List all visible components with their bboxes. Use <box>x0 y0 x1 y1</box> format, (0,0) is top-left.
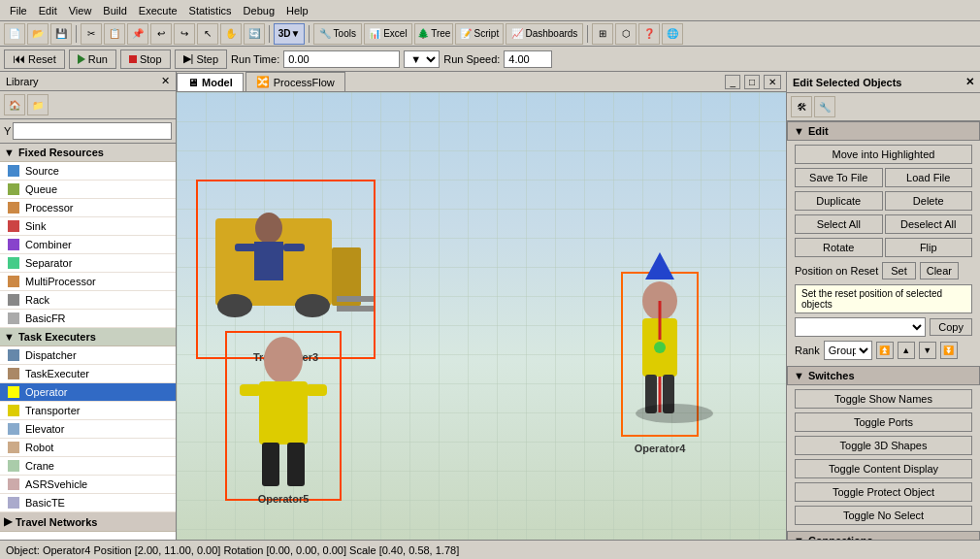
menu-execute[interactable]: Execute <box>133 3 183 18</box>
right-panel-close-button[interactable]: ✕ <box>965 76 974 88</box>
menu-file[interactable]: File <box>4 3 33 18</box>
travel-networks-header[interactable]: ▶ Travel Networks <box>0 512 176 532</box>
delete-button[interactable]: Delete <box>885 191 973 211</box>
layout-button[interactable]: ⊞ <box>592 23 613 45</box>
run-time-dropdown[interactable]: ▼ <box>404 50 440 68</box>
rank-up-button[interactable]: ▲ <box>898 342 915 359</box>
rank-up-up-button[interactable]: ⏫ <box>876 342 894 359</box>
menu-statistics[interactable]: Statistics <box>183 3 238 18</box>
menu-debug[interactable]: Debug <box>238 3 280 18</box>
redo-button[interactable]: ↪ <box>174 23 195 45</box>
run-button[interactable]: Run <box>69 49 116 69</box>
lib-item-sink[interactable]: Sink <box>0 217 176 236</box>
canvas-close-button[interactable]: ✕ <box>764 75 781 89</box>
lib-item-asrsvehicle[interactable]: ASRSvehicle <box>0 476 176 494</box>
menu-build[interactable]: Build <box>97 3 132 18</box>
cut-button[interactable]: ✂ <box>81 23 102 45</box>
tab-model[interactable]: 🖥 Model <box>177 73 244 91</box>
lib-item-queue[interactable]: Queue <box>0 181 176 199</box>
copy-dropdown[interactable] <box>795 317 926 337</box>
run-time-input[interactable] <box>283 50 400 68</box>
group-dropdown[interactable]: Group <box>824 341 872 360</box>
tab-processflow[interactable]: 🔀 ProcessFlow <box>245 72 345 91</box>
set-button[interactable]: Set <box>882 262 916 280</box>
toggle-no-select-button[interactable]: Toggle No Select <box>795 506 972 525</box>
library-search-input[interactable] <box>13 122 172 140</box>
connections-section-header[interactable]: ▼ Connections <box>787 531 980 540</box>
lib-item-source[interactable]: Source <box>0 162 176 181</box>
edit-section-header[interactable]: ▼ Edit <box>787 121 980 141</box>
canvas-maximize-button[interactable]: □ <box>744 75 760 89</box>
save-button[interactable]: 💾 <box>50 23 72 45</box>
lib-item-combiner[interactable]: Combiner <box>0 236 176 254</box>
lib-item-elevator[interactable]: Elevator <box>0 420 176 439</box>
3d-dropdown[interactable]: 3D▼ <box>274 23 305 45</box>
toggle-show-names-button[interactable]: Toggle Show Names <box>795 389 972 409</box>
rp-toolbar-btn-1[interactable]: 🛠 <box>791 96 812 117</box>
tools-button[interactable]: 🔧 Tools <box>313 23 362 45</box>
lib-item-separator[interactable]: Separator <box>0 254 176 273</box>
lib-item-crane[interactable]: Crane <box>0 457 176 476</box>
reset-button[interactable]: ⏮ Reset <box>4 49 65 69</box>
library-close-button[interactable]: ✕ <box>161 75 170 87</box>
canvas-minimize-button[interactable]: _ <box>725 75 740 89</box>
flip-button[interactable]: Flip <box>885 238 973 257</box>
clear-button[interactable]: Clear <box>920 262 959 280</box>
copy-button[interactable]: 📋 <box>104 23 125 45</box>
toggle-protect-object-button[interactable]: Toggle Protect Object <box>795 482 972 502</box>
save-to-file-button[interactable]: Save To File <box>795 168 883 187</box>
dispatcher-icon <box>8 349 19 361</box>
canvas-3d[interactable]: Transporter3 <box>177 92 786 540</box>
copy-button[interactable]: Copy <box>930 318 972 336</box>
duplicate-button[interactable]: Duplicate <box>795 191 883 211</box>
lib-btn-1[interactable]: 🏠 <box>4 94 25 115</box>
lib-item-multiprocessor[interactable]: MultiProcessor <box>0 273 176 291</box>
rp-toolbar-btn-2[interactable]: 🔧 <box>814 96 835 117</box>
dashboards-button[interactable]: 📈 Dashboards <box>506 23 583 45</box>
help-icon-button[interactable]: ❓ <box>638 23 660 45</box>
switches-section-header[interactable]: ▼ Switches <box>787 366 980 385</box>
tree-button[interactable]: 🌲 Tree <box>414 23 453 45</box>
deselect-all-button[interactable]: Deselect All <box>885 214 973 234</box>
position-on-reset-label: Position on Reset <box>795 265 878 277</box>
lib-item-rack[interactable]: Rack <box>0 291 176 310</box>
move-into-highlighted-button[interactable]: Move into Highlighted <box>795 145 972 164</box>
excel-button[interactable]: 📊 Excel <box>364 23 412 45</box>
undo-button[interactable]: ↩ <box>150 23 172 45</box>
paste-button[interactable]: 📌 <box>127 23 148 45</box>
toggle-ports-button[interactable]: Toggle Ports <box>795 412 972 432</box>
toggle-3d-shapes-button[interactable]: Toggle 3D Shapes <box>795 436 972 455</box>
connect-button[interactable]: ⬡ <box>615 23 637 45</box>
lib-item-basicte[interactable]: BasicTE <box>0 494 176 512</box>
script-button[interactable]: 📝 Script <box>455 23 504 45</box>
step-button[interactable]: ▶| Step <box>175 49 228 69</box>
select-button[interactable]: ↖ <box>197 23 218 45</box>
lib-item-taskexecuter[interactable]: TaskExecuter <box>0 365 176 383</box>
lib-item-robot[interactable]: Robot <box>0 439 176 457</box>
operator5-object[interactable]: Operator5 <box>225 331 342 501</box>
task-executers-header[interactable]: ▼ Task Executers <box>0 328 176 346</box>
rank-down-down-button[interactable]: ⏬ <box>940 342 958 359</box>
new-button[interactable]: 📄 <box>4 23 25 45</box>
web-button[interactable]: 🌐 <box>662 23 683 45</box>
rank-down-button[interactable]: ▼ <box>919 342 936 359</box>
pan-button[interactable]: ✋ <box>220 23 242 45</box>
lib-item-dispatcher[interactable]: Dispatcher <box>0 346 176 365</box>
rotate-button[interactable]: 🔄 <box>244 23 265 45</box>
lib-item-transporter[interactable]: Transporter <box>0 402 176 420</box>
run-speed-input[interactable] <box>504 50 552 68</box>
menu-view[interactable]: View <box>63 3 98 18</box>
stop-button[interactable]: Stop <box>120 49 171 69</box>
lib-item-operator[interactable]: Operator <box>0 383 176 402</box>
open-button[interactable]: 📂 <box>27 23 49 45</box>
select-all-button[interactable]: Select All <box>795 214 883 234</box>
load-file-button[interactable]: Load File <box>885 168 973 187</box>
toggle-content-display-button[interactable]: Toggle Content Display <box>795 459 972 478</box>
fixed-resources-header[interactable]: ▼ Fixed Resources <box>0 144 176 162</box>
lib-item-basicfr[interactable]: BasicFR <box>0 310 176 328</box>
menu-edit[interactable]: Edit <box>33 3 63 18</box>
menu-help[interactable]: Help <box>280 3 314 18</box>
lib-btn-2[interactable]: 📁 <box>27 94 49 115</box>
rotate-button[interactable]: Rotate <box>795 238 883 257</box>
lib-item-processor[interactable]: Processor <box>0 199 176 217</box>
